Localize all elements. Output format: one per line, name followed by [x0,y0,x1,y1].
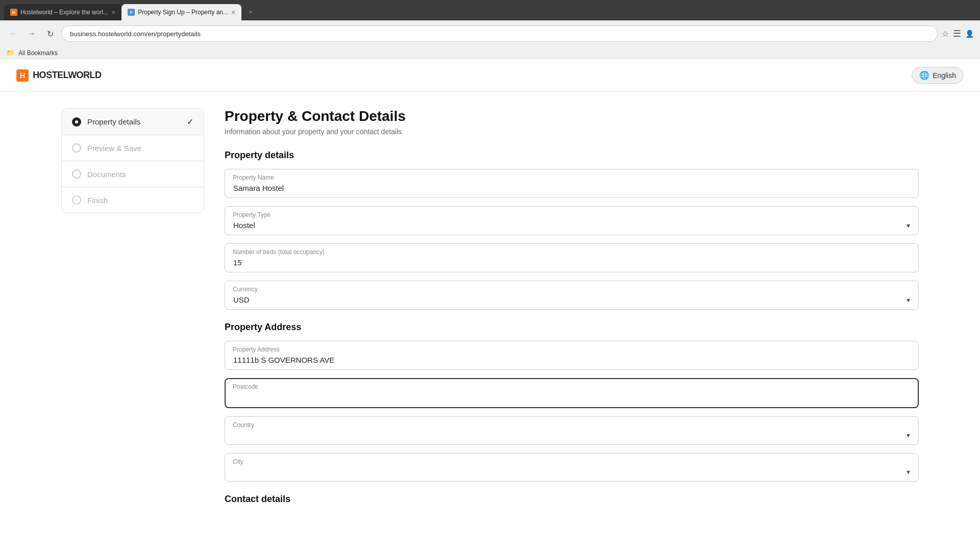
close-tab-hostelworld[interactable]: × [111,8,115,16]
main-content: Property details ✓ Preview & Save Docume… [0,92,980,529]
reader-icon[interactable]: ☰ [953,28,961,39]
page: H HOSTELWORLD 🌐 English Property details… [0,59,980,551]
logo-box: H [16,69,29,82]
city-select[interactable]: ▾ [225,453,919,482]
country-chevron-icon: ▾ [906,431,910,439]
logo: H HOSTELWORLD [16,69,102,82]
sidebar-label-property-details: Property details [87,117,140,126]
postcode-input[interactable] [225,378,919,408]
bookmark-star-icon[interactable]: ☆ [942,29,949,39]
property-type-value: Hostel [233,221,255,230]
bookmarks-label: All Bookmarks [18,49,58,57]
bookmarks-bar: 📁 All Bookmarks [0,47,980,59]
sidebar-item-documents[interactable]: Documents [62,161,204,187]
logo-text: HOSTELWORLD [33,70,102,81]
globe-icon: 🌐 [919,70,929,80]
property-name-field: Property Name [225,169,919,198]
browser-nav-bar: ← → ↻ business.hostelworld.com/en/proper… [0,20,980,47]
back-button[interactable]: ← [6,27,20,41]
nav-right-icons: ☆ ☰ 👤 [942,28,974,39]
currency-chevron-icon: ▾ [906,296,910,304]
radio-preview-save [72,143,81,153]
address-section: Property Address Property Address Postco… [225,322,919,482]
beds-input[interactable] [225,243,919,272]
page-subtitle: Information about your property and your… [225,128,919,136]
sidebar-item-property-details[interactable]: Property details ✓ [62,109,204,135]
check-property-details: ✓ [187,117,193,127]
property-type-field: Property Type Hostel ▾ [225,206,919,235]
tab-title-hostelworld: Hostelworld – Explore the worl... [20,9,108,16]
browser-chrome: H Hostelworld – Explore the worl... × P … [0,0,980,59]
address-bar[interactable]: business.hostelworld.com/en/propertydeta… [61,26,938,42]
sidebar-label-finish: Finish [87,196,108,205]
folder-icon: 📁 [6,49,14,57]
page-title: Property & Contact Details [225,108,919,124]
tab-property[interactable]: P Property Sign Up – Property an... × [121,4,241,20]
country-select[interactable]: ▾ [225,416,919,445]
site-header: H HOSTELWORLD 🌐 English [0,59,980,92]
currency-value: USD [233,295,250,304]
property-type-select[interactable]: Hostel ▾ [225,206,919,235]
close-tab-property[interactable]: × [231,8,235,16]
section-title-contact: Contact details [225,494,919,505]
section-title-property-details: Property details [225,150,919,161]
radio-property-details [72,117,81,127]
country-field: Country ▾ [225,416,919,445]
radio-finish [72,195,81,205]
section-title-address: Property Address [225,322,919,333]
forward-button[interactable]: → [24,27,39,41]
language-button[interactable]: 🌐 English [912,67,964,84]
tab-hostelworld[interactable]: H Hostelworld – Explore the worl... × [4,4,121,20]
reload-button[interactable]: ↻ [43,27,57,41]
sidebar-label-documents: Documents [87,170,126,179]
address-text: business.hostelworld.com/en/propertydeta… [70,30,201,38]
tab-title-property: Property Sign Up – Property an... [138,9,228,16]
currency-field: Currency USD ▾ [225,281,919,310]
city-chevron-icon: ▾ [906,468,910,476]
city-field: City ▾ [225,453,919,482]
tab-favicon-hostelworld: H [10,9,17,16]
sidebar: Property details ✓ Preview & Save Docume… [61,108,204,513]
address-input[interactable] [225,341,919,370]
profile-icon[interactable]: 👤 [965,30,974,38]
property-name-input[interactable] [225,169,919,198]
language-label: English [933,71,956,80]
currency-select[interactable]: USD ▾ [225,281,919,310]
sidebar-label-preview-save: Preview & Save [87,144,141,153]
sidebar-card: Property details ✓ Preview & Save Docume… [61,108,204,213]
form-area: Property & Contact Details Information a… [225,108,919,513]
radio-documents [72,169,81,179]
address-field: Property Address [225,341,919,370]
tab-favicon-property: P [128,9,135,16]
postcode-field: Postcode [225,378,919,408]
sidebar-item-finish[interactable]: Finish [62,187,204,213]
beds-field: Number of beds (total occupancy) [225,243,919,272]
tab-new[interactable]: + [241,4,260,20]
tab-bar: H Hostelworld – Explore the worl... × P … [0,0,980,20]
property-type-chevron-icon: ▾ [906,221,910,230]
sidebar-item-preview-save[interactable]: Preview & Save [62,135,204,161]
